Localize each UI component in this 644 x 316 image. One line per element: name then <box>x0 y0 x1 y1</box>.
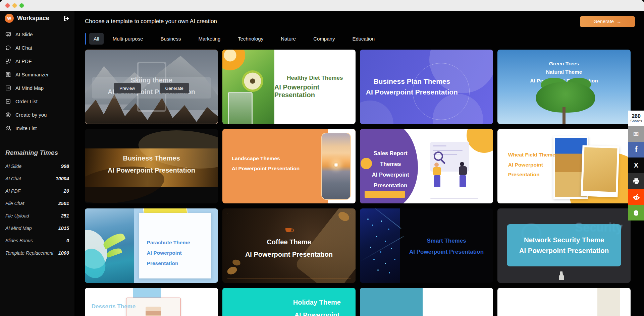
template-card-parachute[interactable]: Parachute Theme AI Powerpoint Presentati… <box>85 208 218 283</box>
workspace-title: Workspace <box>17 15 49 22</box>
tab-multi-purpose[interactable]: Multi-purpose <box>108 33 148 45</box>
sidebar-item-ai-slide[interactable]: AI Slide <box>0 27 74 41</box>
remaining-times-heading: Remaining Times <box>5 149 69 156</box>
evernote-icon <box>633 209 640 216</box>
slide-icon <box>5 31 11 37</box>
card-title: Smart Themes AI Powerpoint Presentation <box>400 235 493 257</box>
app-window: W Workspace AI Slide AI Chat <box>0 0 644 316</box>
share-widget: 260 Shares ✉ f X <box>628 111 644 220</box>
sidebar-item-label: AI Mind Map <box>15 85 44 91</box>
close-window-button[interactable] <box>5 3 10 8</box>
template-card-network-security[interactable]: Security Network Security Theme AI Power… <box>497 208 631 283</box>
stat-label: Slides Bonus <box>5 238 33 243</box>
stat-row-ai-mind-map: AI Mind Map 1015 <box>5 222 69 234</box>
tab-nature[interactable]: Nature <box>276 33 300 45</box>
template-card-sales-report[interactable]: Sales Report Themes AI Powerpoint Presen… <box>360 129 493 203</box>
template-card-wheat-field[interactable]: Wheat Field Theme AI Powerpoint Presenta… <box>497 129 631 203</box>
fiber-optic-image <box>360 208 400 283</box>
stat-row-ai-slide: AI Slide 998 <box>5 160 69 172</box>
sidebar-item-label: Order List <box>15 99 38 104</box>
sunset-image <box>321 133 351 200</box>
pdf-icon <box>5 58 11 64</box>
stat-value: 0 <box>66 238 69 243</box>
print-icon <box>633 178 640 185</box>
stat-value: 10004 <box>56 176 69 181</box>
sidebar-item-ai-pdf[interactable]: AI PDF <box>0 54 74 68</box>
tab-technology[interactable]: Technology <box>233 33 268 45</box>
sidebar-nav: AI Slide AI Chat AI PDF AI Summarizer AI… <box>0 26 74 135</box>
template-card-balloon[interactable] <box>360 288 493 316</box>
healthy-diet-image <box>222 50 274 124</box>
tab-company[interactable]: Company <box>309 33 339 45</box>
sidebar-item-ai-chat[interactable]: AI Chat <box>0 41 74 54</box>
workspace-logo-letter: W <box>7 16 11 21</box>
paraglider-illustration <box>102 231 126 250</box>
reddit-icon <box>632 193 640 201</box>
workspace-logo: W <box>5 14 14 23</box>
template-card-green-trees[interactable]: Green Trees Natural Theme AI Powerpoint … <box>497 50 631 124</box>
preview-button[interactable]: Preview <box>114 83 141 93</box>
share-x-button[interactable]: X <box>628 157 644 173</box>
share-reddit-button[interactable] <box>628 189 644 205</box>
template-card-desserts[interactable]: Desserts Theme <box>85 288 218 316</box>
card-title: Wheat Field Theme AI Powerpoint Presenta… <box>508 150 555 179</box>
stat-label: AI PDF <box>5 188 20 194</box>
window-titlebar <box>0 0 644 11</box>
card-title: Network Security Theme AI Powerpoint Pre… <box>507 224 621 267</box>
stat-value: 251 <box>61 213 69 218</box>
stat-row-ai-chat: AI Chat 10004 <box>5 172 69 185</box>
share-print-button[interactable] <box>628 173 644 189</box>
stat-value: 1015 <box>58 226 69 231</box>
stat-label: AI Slide <box>5 164 21 169</box>
card-title: Desserts Theme <box>92 303 136 310</box>
sidebar-item-label: Invite List <box>15 125 37 131</box>
hover-actions: Preview Generate <box>85 83 218 93</box>
zoom-window-button[interactable] <box>19 3 24 8</box>
tab-marketing[interactable]: Marketing <box>194 33 225 45</box>
coffee-cup-icon <box>285 228 291 232</box>
template-card-landscape[interactable]: Landscape Themes AI Powerpoint Presentat… <box>222 129 356 203</box>
main-header: Choose a template to complete your own A… <box>85 15 635 28</box>
arrow-right-icon: → <box>616 19 622 24</box>
card-title: Holiday Theme AI Powerpoint <box>286 296 348 316</box>
remaining-times-panel: Remaining Times AI Slide 998 AI Chat 100… <box>0 143 74 259</box>
stat-row-file-chat: File Chat 2501 <box>5 197 69 209</box>
share-count-label: Shares <box>630 119 642 123</box>
stat-row-template-replacement: Template Replacement 1000 <box>5 247 69 259</box>
share-facebook-button[interactable]: f <box>628 142 644 157</box>
sidebar-item-label: AI Chat <box>15 45 32 51</box>
order-icon <box>5 99 11 104</box>
generate-template-button[interactable]: Generate <box>160 83 189 93</box>
tab-all[interactable]: All <box>89 33 104 45</box>
share-email-button[interactable]: ✉ <box>628 126 644 142</box>
card-title: Coffee Theme AI Powerpoint Presentation <box>222 236 356 261</box>
logout-icon[interactable] <box>63 15 70 22</box>
tab-business[interactable]: Business <box>156 33 185 45</box>
template-card-coffee[interactable]: Coffee Theme AI Powerpoint Presentation <box>222 208 356 283</box>
share-evernote-button[interactable] <box>628 205 644 220</box>
template-card-healthy-diet[interactable]: Healthy Diet Themes AI Powerpoint Presen… <box>222 50 356 124</box>
tab-education[interactable]: Education <box>348 33 379 45</box>
sidebar-item-ai-summarizer[interactable]: AI Summarizer <box>0 68 74 81</box>
sidebar-item-label: Create by you <box>15 112 47 118</box>
category-tabs: All Multi-purpose Business Marketing Tec… <box>85 33 635 45</box>
template-card-holiday[interactable]: Holiday Theme AI Powerpoint <box>222 288 356 316</box>
template-card-skiing[interactable]: Skiing theme AI Powerpoint Presentation … <box>85 50 218 124</box>
share-count: 260 Shares <box>628 111 644 126</box>
template-card-minimal[interactable] <box>497 288 631 316</box>
app-shell: W Workspace AI Slide AI Chat <box>0 11 644 316</box>
share-count-value: 260 <box>632 114 641 119</box>
sidebar-item-ai-mind-map[interactable]: AI Mind Map <box>0 81 74 94</box>
sidebar-item-order-list[interactable]: Order List <box>0 94 74 108</box>
minimize-window-button[interactable] <box>12 3 17 8</box>
template-card-smart[interactable]: Smart Themes AI Powerpoint Presentation <box>360 208 493 283</box>
template-card-business-themes[interactable]: Business Themes AI Powerpoint Presentati… <box>85 129 218 203</box>
chat-icon <box>5 45 11 51</box>
x-icon: X <box>634 162 638 169</box>
template-card-business-plan[interactable]: Business Plan Themes AI Powerpoint Prese… <box>360 50 493 124</box>
card-title: Healthy Diet Themes AI Powerpoint Presen… <box>274 50 356 124</box>
sidebar-item-create-by-you[interactable]: Create by you <box>0 108 74 121</box>
wheat-photo <box>581 145 619 197</box>
sidebar-item-invite-list[interactable]: Invite List <box>0 121 74 135</box>
generate-button[interactable]: Generate → <box>580 16 635 27</box>
